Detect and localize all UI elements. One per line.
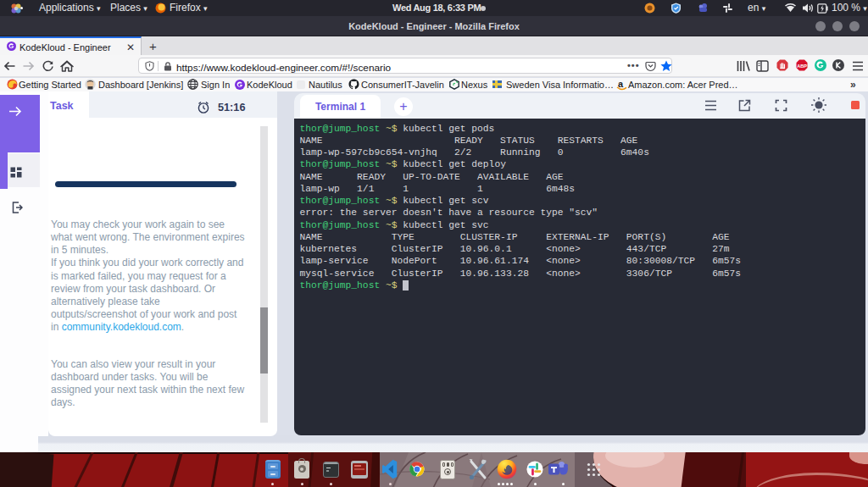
svg-text:ABP: ABP — [797, 64, 807, 69]
